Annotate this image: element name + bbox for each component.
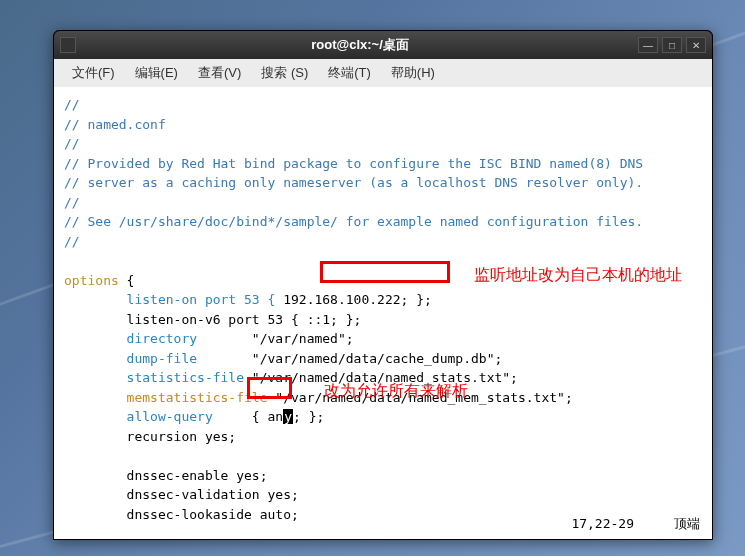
- menubar: 文件(F) 编辑(E) 查看(V) 搜索 (S) 终端(T) 帮助(H): [54, 59, 712, 87]
- listen-ip: 192.168.100.222;: [283, 292, 408, 307]
- dumpfile-val: "/var/named/data/cache_dump.db";: [197, 351, 502, 366]
- close-button[interactable]: ✕: [686, 37, 706, 53]
- listen-v6-line: listen-on-v6 port 53 { ::1; };: [64, 312, 361, 327]
- allow-sp: {: [213, 409, 268, 424]
- listen-end: };: [408, 292, 431, 307]
- annotation-text-any: 改为允许所有来解析: [324, 379, 468, 403]
- brace-open: {: [119, 273, 135, 288]
- menu-file[interactable]: 文件(F): [62, 60, 125, 86]
- vim-statusbar: 17,22-29 顶端: [66, 514, 700, 534]
- minimize-button[interactable]: —: [638, 37, 658, 53]
- cursor-position: 17,22-29: [571, 514, 634, 534]
- maximize-button[interactable]: □: [662, 37, 682, 53]
- dnssec-enable-line: dnssec-enable yes;: [64, 468, 268, 483]
- allow-end: };: [301, 409, 324, 424]
- titlebar[interactable]: root@clx:~/桌面 — □ ✕: [54, 31, 712, 59]
- allow-val1: an: [268, 409, 284, 424]
- cursor: y: [283, 409, 293, 424]
- comment-line: //: [64, 195, 80, 210]
- comment-line: // named.conf: [64, 117, 166, 132]
- listen-on-directive: listen-on port 53 {: [64, 292, 283, 307]
- comment-line: // Provided by Red Hat bind package to c…: [64, 156, 643, 171]
- stats-key: statistics-file: [64, 370, 244, 385]
- menu-terminal[interactable]: 终端(T): [318, 60, 381, 86]
- annotation-box-ip: [320, 261, 450, 283]
- terminal-window: root@clx:~/桌面 — □ ✕ 文件(F) 编辑(E) 查看(V) 搜索…: [53, 30, 713, 540]
- window-title: root@clx:~/桌面: [82, 36, 638, 54]
- menu-edit[interactable]: 编辑(E): [125, 60, 188, 86]
- directory-key: directory: [64, 331, 197, 346]
- dumpfile-key: dump-file: [64, 351, 197, 366]
- menu-help[interactable]: 帮助(H): [381, 60, 445, 86]
- comment-line: // server as a caching only nameserver (…: [64, 175, 643, 190]
- comment-line: //: [64, 97, 80, 112]
- dnssec-validation-line: dnssec-validation yes;: [64, 487, 299, 502]
- terminal-content[interactable]: // // named.conf // // Provided by Red H…: [54, 87, 712, 539]
- allow-query-key: allow-query: [64, 409, 213, 424]
- menu-search[interactable]: 搜索 (S): [251, 60, 318, 86]
- comment-line: //: [64, 136, 80, 151]
- file-position: 顶端: [674, 514, 700, 534]
- menu-view[interactable]: 查看(V): [188, 60, 251, 86]
- allow-val2: ;: [293, 409, 301, 424]
- directory-val: "/var/named";: [197, 331, 354, 346]
- recursion-line: recursion yes;: [64, 429, 236, 444]
- comment-line: // See /usr/share/doc/bind*/sample/ for …: [64, 214, 643, 229]
- comment-line: //: [64, 234, 80, 249]
- terminal-icon: [60, 37, 76, 53]
- memstats-key: memstatistics-file: [64, 390, 268, 405]
- options-keyword: options: [64, 273, 119, 288]
- annotation-text-ip: 监听地址改为自己本机的地址: [474, 263, 682, 287]
